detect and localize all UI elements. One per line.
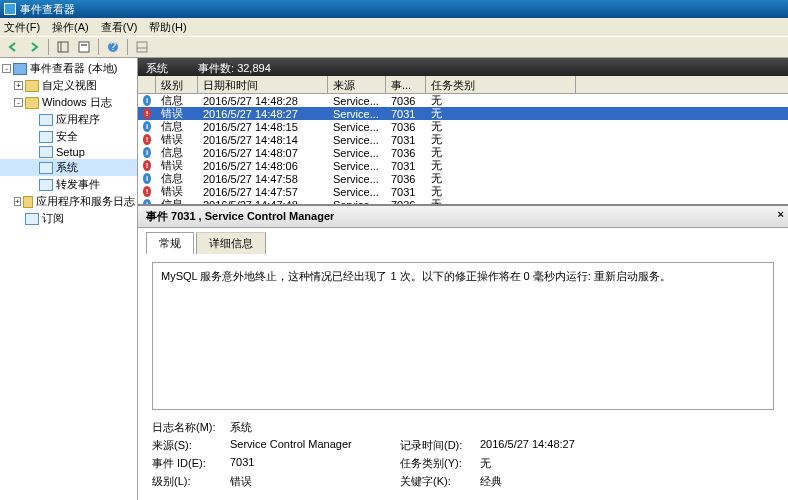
detail-tabs: 常规 详细信息 — [138, 228, 788, 254]
cell-datetime: 2016/5/27 14:47:57 — [198, 186, 328, 198]
label-logname: 日志名称(M): — [152, 420, 230, 435]
expand-icon[interactable]: + — [14, 197, 21, 206]
show-hide-tree-button[interactable] — [54, 38, 72, 56]
properties-button[interactable] — [75, 38, 93, 56]
value-level: 错误 — [230, 474, 400, 489]
tree-log-security[interactable]: 安全 — [0, 128, 137, 145]
preview-pane-button[interactable] — [133, 38, 151, 56]
header-count: 事件数: 32,894 — [198, 61, 271, 73]
svg-rect-6 — [137, 42, 147, 52]
folder-icon — [23, 196, 33, 208]
folder-icon — [25, 80, 39, 92]
close-detail-button[interactable]: × — [778, 208, 784, 220]
eventviewer-icon — [13, 63, 27, 75]
col-icon[interactable] — [138, 76, 156, 93]
value-logname: 系统 — [230, 420, 340, 435]
tree-appsvc-logs[interactable]: +应用程序和服务日志 — [0, 193, 137, 210]
menu-file[interactable]: 文件(F) — [4, 20, 40, 34]
toolbar-separator — [98, 39, 99, 55]
tree-subscriptions[interactable]: 订阅 — [0, 210, 137, 227]
log-icon — [39, 162, 53, 174]
collapse-icon[interactable]: - — [2, 64, 11, 73]
event-message[interactable]: MySQL 服务意外地终止，这种情况已经出现了 1 次。以下的修正操作将在 0 … — [152, 262, 774, 410]
cell-datetime: 2016/5/27 14:48:28 — [198, 95, 328, 107]
expand-icon[interactable]: + — [14, 81, 23, 90]
tree-custom-views[interactable]: +自定义视图 — [0, 77, 137, 94]
cell-source: Service... — [328, 147, 386, 159]
value-keywords: 经典 — [480, 474, 630, 489]
window-titlebar: 事件查看器 — [0, 0, 788, 18]
cell-eventid: 7031 — [386, 160, 426, 172]
tree-windows-logs[interactable]: -Windows 日志 — [0, 94, 137, 111]
error-icon: ! — [138, 186, 156, 197]
cell-category: 无 — [426, 197, 576, 204]
value-taskcat: 无 — [480, 456, 630, 471]
col-category[interactable]: 任务类别 — [426, 76, 576, 93]
log-icon — [39, 131, 53, 143]
cell-source: Service... — [328, 134, 386, 146]
tab-details[interactable]: 详细信息 — [196, 232, 266, 254]
back-button[interactable] — [4, 38, 22, 56]
cell-eventid: 7036 — [386, 173, 426, 185]
tree-log-system[interactable]: 系统 — [0, 159, 137, 176]
cell-source: Service... — [328, 160, 386, 172]
col-datetime[interactable]: 日期和时间 — [198, 76, 328, 93]
cell-datetime: 2016/5/27 14:48:15 — [198, 121, 328, 133]
detail-pane: 事件 7031 , Service Control Manager × 常规 详… — [138, 204, 788, 500]
tree-log-setup[interactable]: Setup — [0, 145, 137, 159]
cell-eventid: 7036 — [386, 95, 426, 107]
cell-eventid: 7036 — [386, 121, 426, 133]
menu-view[interactable]: 查看(V) — [101, 20, 138, 34]
toolbar: ? — [0, 36, 788, 58]
label-keywords: 关键字(K): — [400, 474, 480, 489]
svg-rect-2 — [79, 42, 89, 52]
cell-eventid: 7031 — [386, 108, 426, 120]
label-logged: 记录时间(D): — [400, 438, 480, 453]
subscription-icon — [25, 213, 39, 225]
col-level[interactable]: 级别 — [156, 76, 198, 93]
label-eventid: 事件 ID(E): — [152, 456, 230, 471]
value-source: Service Control Manager — [230, 438, 400, 453]
cell-datetime: 2016/5/27 14:48:06 — [198, 160, 328, 172]
event-list: 级别 日期和时间 来源 事... 任务类别 i信息2016/5/27 14:48… — [138, 76, 788, 204]
info-icon: i — [138, 147, 156, 158]
cell-source: Service... — [328, 121, 386, 133]
label-level: 级别(L): — [152, 474, 230, 489]
grid-header: 级别 日期和时间 来源 事... 任务类别 — [138, 76, 788, 94]
error-icon: ! — [138, 108, 156, 119]
cell-source: Service... — [328, 95, 386, 107]
cell-level: 信息 — [156, 197, 198, 204]
cell-datetime: 2016/5/27 14:48:07 — [198, 147, 328, 159]
folder-icon — [25, 97, 39, 109]
tree-pane: -事件查看器 (本地) +自定义视图 -Windows 日志 应用程序 安全 S… — [0, 58, 138, 500]
tab-general[interactable]: 常规 — [146, 232, 194, 254]
forward-button[interactable] — [25, 38, 43, 56]
info-icon: i — [138, 121, 156, 132]
tree-root[interactable]: -事件查看器 (本地) — [0, 60, 137, 77]
window-title: 事件查看器 — [20, 2, 75, 17]
cell-source: Service... — [328, 108, 386, 120]
cell-datetime: 2016/5/27 14:47:58 — [198, 173, 328, 185]
content-header: 系统 事件数: 32,894 — [138, 58, 788, 76]
tree-log-forwarded[interactable]: 转发事件 — [0, 176, 137, 193]
menu-help[interactable]: 帮助(H) — [149, 20, 186, 34]
col-source[interactable]: 来源 — [328, 76, 386, 93]
col-eventid[interactable]: 事... — [386, 76, 426, 93]
value-logged: 2016/5/27 14:48:27 — [480, 438, 630, 453]
value-eventid: 7031 — [230, 456, 400, 471]
log-icon — [39, 179, 53, 191]
app-icon — [4, 3, 16, 15]
help-button[interactable]: ? — [104, 38, 122, 56]
header-title: 系统 — [146, 61, 168, 73]
menu-action[interactable]: 操作(A) — [52, 20, 89, 34]
collapse-icon[interactable]: - — [14, 98, 23, 107]
toolbar-separator — [127, 39, 128, 55]
log-icon — [39, 114, 53, 126]
svg-rect-0 — [58, 42, 68, 52]
cell-datetime: 2016/5/27 14:48:27 — [198, 108, 328, 120]
svg-rect-3 — [81, 44, 87, 46]
error-icon: ! — [138, 134, 156, 145]
cell-eventid: 7031 — [386, 186, 426, 198]
tree-log-application[interactable]: 应用程序 — [0, 111, 137, 128]
log-icon — [39, 146, 53, 158]
